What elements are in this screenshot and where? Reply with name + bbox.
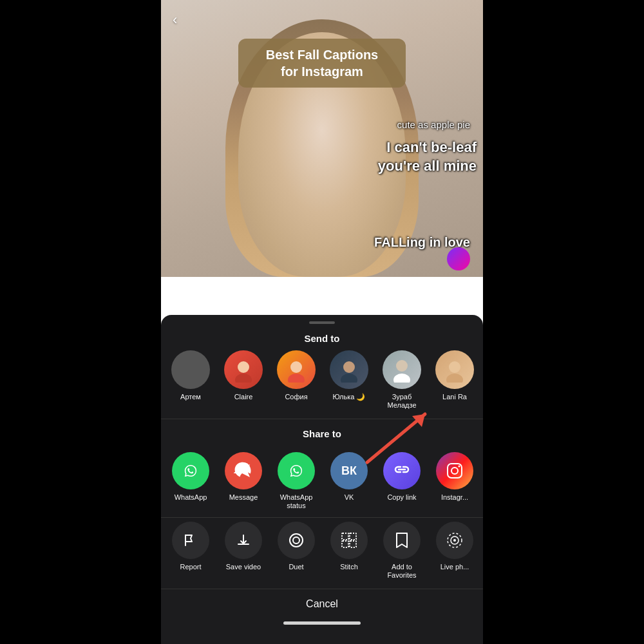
action-duet[interactable]: Duet	[273, 522, 319, 580]
caption-box: Best Fall Captions for Instagram	[238, 39, 406, 88]
contact-claire[interactable]: Claire	[220, 350, 267, 410]
contact-name-zurab: Зураб Меладзе	[379, 393, 424, 410]
share-to-label: Share to	[161, 419, 483, 446]
contacts-row: Артем Claire София Юлька 🌙	[161, 350, 483, 419]
profile-circle	[447, 247, 470, 270]
contact-lani[interactable]: Lani Ra	[431, 350, 478, 410]
whatsapp-status-label: WhatsApp status	[273, 493, 319, 510]
contact-avatar-julka	[330, 350, 368, 389]
contact-name-claire: Claire	[234, 393, 253, 401]
add-favorites-icon	[383, 522, 421, 559]
copy-link-icon	[383, 452, 421, 489]
svg-point-14	[459, 466, 460, 468]
contact-avatar-lani	[435, 350, 474, 389]
vk-icon: ВК	[330, 452, 368, 489]
duet-label: Duet	[289, 563, 303, 571]
svg-point-4	[343, 361, 355, 373]
whatsapp-icon	[172, 452, 209, 489]
svg-rect-17	[342, 533, 348, 540]
contact-avatar-zurab	[383, 350, 421, 389]
svg-point-10	[180, 460, 201, 481]
svg-rect-20	[350, 541, 356, 547]
svg-point-8	[449, 361, 460, 373]
contact-sofia[interactable]: София	[273, 350, 319, 410]
instagram-label: Instagr...	[441, 493, 468, 502]
action-row: Report Save video Duet	[161, 518, 483, 586]
share-message[interactable]: Message	[220, 452, 267, 510]
cancel-button[interactable]: Cancel	[161, 589, 483, 615]
svg-point-9	[446, 374, 463, 383]
copy-link-label: Copy link	[387, 493, 416, 502]
contact-name-lani: Lani Ra	[442, 393, 467, 401]
action-add-favorites[interactable]: Add toFavorites	[379, 522, 425, 580]
overlay-text-2: I can't be-leafyou're all mine	[378, 138, 477, 175]
phone-frame: ‹ Best Fall Captions for Instagram cute …	[161, 0, 483, 644]
caption-text: Best Fall Captions for Instagram	[252, 46, 392, 80]
share-whatsapp-status[interactable]: WhatsApp status	[273, 452, 319, 510]
video-area: ‹ Best Fall Captions for Instagram cute …	[161, 0, 483, 277]
message-icon	[225, 452, 262, 489]
live-photo-label: Live ph...	[440, 563, 469, 571]
contact-name-sofia: София	[285, 393, 307, 401]
action-stitch[interactable]: Stitch	[326, 522, 372, 580]
share-copy-link[interactable]: Copy link	[379, 452, 425, 510]
report-icon	[172, 522, 209, 559]
contact-julka[interactable]: Юлька 🌙	[326, 350, 372, 410]
action-live-photo[interactable]: Live ph...	[431, 522, 478, 580]
whatsapp-status-icon	[278, 452, 315, 489]
instagram-icon	[436, 452, 473, 489]
contact-zurab[interactable]: Зураб Меладзе	[379, 350, 425, 410]
stitch-label: Stitch	[340, 563, 358, 571]
whatsapp-label: WhatsApp	[175, 493, 207, 502]
stitch-icon	[330, 522, 368, 559]
vk-label: VK	[345, 493, 354, 502]
add-favorites-label: Add toFavorites	[387, 563, 416, 580]
overlay-text-1: cute as apple pie	[397, 119, 470, 130]
svg-point-23	[453, 539, 456, 542]
svg-point-13	[451, 468, 458, 474]
contact-name-artem: Артем	[180, 393, 201, 401]
svg-point-16	[293, 537, 299, 544]
bottom-sheet: Send to Артем Claire София	[161, 315, 483, 644]
svg-point-3	[288, 374, 305, 383]
message-label: Message	[229, 493, 258, 502]
svg-point-11	[286, 460, 307, 481]
svg-point-7	[393, 374, 410, 383]
save-video-icon	[225, 522, 262, 559]
contact-avatar-claire	[224, 350, 263, 389]
svg-rect-19	[342, 541, 348, 547]
svg-point-5	[341, 374, 357, 383]
live-photo-icon	[436, 522, 473, 559]
svg-point-15	[290, 534, 303, 547]
contact-artem[interactable]: Артем	[167, 350, 214, 410]
report-label: Report	[180, 563, 201, 571]
share-vk[interactable]: ВК VK	[326, 452, 372, 510]
share-whatsapp[interactable]: WhatsApp	[167, 452, 214, 510]
svg-point-6	[396, 360, 408, 372]
action-report[interactable]: Report	[167, 522, 214, 580]
save-video-label: Save video	[226, 563, 261, 571]
share-row: WhatsApp Message WhatsApp status	[161, 446, 483, 516]
svg-point-0	[238, 361, 249, 373]
svg-point-2	[290, 361, 302, 373]
action-save-video[interactable]: Save video	[220, 522, 267, 580]
svg-point-1	[235, 374, 252, 383]
contact-name-julka: Юлька 🌙	[333, 393, 366, 401]
send-to-label: Send to	[161, 324, 483, 350]
contact-avatar-sofia	[277, 350, 316, 389]
back-button[interactable]: ‹	[173, 12, 177, 28]
home-indicator	[283, 621, 361, 625]
contact-avatar-artem	[171, 350, 210, 389]
share-instagram[interactable]: Instagr...	[431, 452, 478, 510]
duet-icon	[278, 522, 315, 559]
svg-rect-18	[350, 533, 356, 540]
